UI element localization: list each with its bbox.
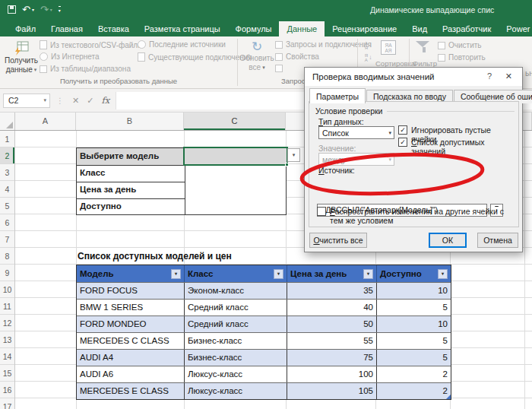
allow-combobox[interactable]: Список ▾: [318, 126, 394, 139]
row-header[interactable]: 17: [0, 398, 14, 409]
dialog-close-icon[interactable]: ✕: [505, 71, 512, 81]
tab-file[interactable]: Файл: [8, 21, 43, 36]
insert-function-icon[interactable]: fx: [101, 95, 109, 106]
row-header[interactable]: 16: [0, 382, 14, 398]
row-header[interactable]: 11: [0, 298, 14, 315]
excel-window: ↶ ▾ ↷ ▾ ▾ Динамические выпадающие спис Ф…: [0, 0, 532, 409]
tab-home[interactable]: Главная: [43, 21, 90, 36]
reapply-filter-button[interactable]: Повторить: [438, 53, 486, 62]
clock-icon: [138, 40, 146, 49]
cell-b5[interactable]: Доступно: [77, 198, 185, 215]
from-text-csv-button[interactable]: Из текстового/CSV-файла: [40, 40, 142, 49]
row-header[interactable]: 7: [0, 231, 14, 248]
clear-filter-icon: [438, 42, 445, 49]
recent-sources-button[interactable]: Последние источники: [138, 40, 226, 49]
cell-b4[interactable]: Цена за день: [77, 182, 185, 198]
enter-entry-icon[interactable]: ✓: [87, 96, 93, 106]
table-header-price[interactable]: Цена за день▾: [287, 265, 377, 282]
customize-qat-button[interactable]: ▾: [59, 6, 61, 13]
table-icon: [40, 65, 47, 73]
tab-formulas[interactable]: Формулы: [228, 21, 280, 36]
tab-insert[interactable]: Вставка: [90, 21, 137, 36]
properties-button[interactable]: Свойства: [275, 52, 319, 61]
in-cell-dropdown-checkbox[interactable]: ✓ Список допустимых значений: [398, 138, 518, 156]
validation-criteria-label: Условие проверки: [315, 106, 382, 116]
link-icon: [275, 65, 283, 72]
row-header[interactable]: 4: [0, 181, 14, 198]
group-separator: [237, 39, 238, 86]
combo-arrow-icon: ▾: [388, 130, 391, 136]
name-box-arrow-icon: ▾: [43, 97, 49, 103]
tab-data[interactable]: Данные: [279, 21, 325, 36]
clear-all-button[interactable]: Очистить все: [309, 233, 367, 248]
sort-dialog-icon[interactable]: ЯА АЯ: [381, 40, 396, 55]
section-title-b8[interactable]: Список доступных моделей и цен: [78, 248, 232, 265]
cancel-button[interactable]: Отмена: [477, 233, 518, 248]
name-box[interactable]: C2 ▾: [3, 94, 50, 108]
edit-links-button[interactable]: [275, 65, 283, 72]
group-label-get-transform: Получить и преобразовать данные: [0, 77, 237, 85]
row-header[interactable]: 1: [0, 131, 14, 147]
apply-to-all-checkbox[interactable]: Распространить изменения на другие ячейк…: [317, 207, 516, 225]
cell-b3[interactable]: Класс: [77, 165, 185, 182]
undo-button[interactable]: ↶ ▾: [22, 5, 34, 14]
row-header[interactable]: 3: [0, 164, 14, 181]
ok-button[interactable]: ОК: [429, 233, 467, 248]
cell-b2[interactable]: Выберите модель: [77, 148, 185, 165]
tab-developer[interactable]: Разработчик: [435, 21, 499, 36]
data-validation-dialog: Проверка вводимых значений ? ✕ Параметры…: [304, 67, 523, 252]
row-header-selected[interactable]: 2: [0, 147, 14, 164]
existing-connections-button[interactable]: Существующие подключения: [138, 52, 252, 62]
sort-descending-button[interactable]: ЯА ↓: [363, 52, 374, 62]
formula-bar-handle[interactable]: ⋮: [56, 97, 65, 105]
row-header[interactable]: 9: [0, 265, 14, 281]
dialog-help-icon[interactable]: ?: [487, 71, 492, 81]
get-data-icon: [13, 40, 30, 56]
table-row: MERCEDES C CLASSБизнес-класс555: [77, 332, 451, 349]
from-web-button[interactable]: Из Интернета: [40, 52, 100, 61]
fill-handle[interactable]: [285, 163, 289, 166]
column-header-b[interactable]: B: [76, 113, 184, 130]
selection-form-range: Выберите модель Класс Цена за день Досту…: [76, 147, 287, 215]
filter-arrow-icon[interactable]: ▾: [171, 269, 181, 279]
tab-view[interactable]: Вид: [404, 21, 435, 36]
filter-arrow-icon[interactable]: ▾: [363, 269, 373, 279]
tab-page-layout[interactable]: Разметка страницы: [137, 21, 228, 36]
clear-filter-button[interactable]: Очистить: [438, 41, 482, 49]
tab-review[interactable]: Рецензирование: [325, 21, 404, 36]
checkbox-checked-icon: ✓: [398, 138, 407, 147]
table-resize-handle[interactable]: [446, 395, 451, 399]
tab-power-pivot[interactable]: Power Pivot: [499, 21, 532, 36]
select-all-corner[interactable]: [0, 113, 15, 130]
save-icon[interactable]: [8, 5, 16, 14]
row-header[interactable]: 10: [0, 281, 14, 298]
table-row: AUDI A6Люксус-класс1002: [77, 366, 451, 382]
cancel-entry-icon[interactable]: ✕: [72, 96, 79, 106]
filter-arrow-icon[interactable]: ▾: [274, 269, 283, 279]
selected-cell-c2[interactable]: [183, 147, 288, 166]
table-header-available[interactable]: Доступно▾: [377, 265, 451, 282]
row-header[interactable]: 13: [0, 331, 14, 348]
row-header[interactable]: 15: [0, 365, 14, 382]
filter-arrow-icon[interactable]: ▾: [438, 269, 448, 279]
redo-button[interactable]: ↷ ▾: [40, 5, 52, 14]
table-header-class[interactable]: Класс▾: [185, 265, 287, 282]
row-header[interactable]: 12: [0, 315, 14, 331]
from-table-range-button[interactable]: Из таблицы/диапазона: [40, 65, 131, 73]
column-header-a[interactable]: A: [15, 113, 76, 130]
validation-dropdown-button[interactable]: ▾: [287, 148, 300, 162]
column-header-c[interactable]: C: [184, 113, 286, 130]
row-header[interactable]: 8: [0, 248, 14, 265]
filter-button[interactable]: [416, 41, 432, 52]
sort-asc-arrow-icon: ↓: [369, 42, 372, 49]
row-header[interactable]: 6: [0, 214, 14, 231]
data-combobox[interactable]: между ▾: [318, 153, 394, 166]
row-header[interactable]: 14: [0, 348, 14, 365]
table-row: AUDI A4Бизнес-класс755: [77, 349, 451, 366]
get-data-button[interactable]: Получить данные▾: [5, 40, 38, 75]
sort-ascending-button[interactable]: АЯ ↓: [363, 40, 374, 50]
refresh-all-button[interactable]: ↻ Обновить все▾: [240, 40, 274, 72]
row-header[interactable]: 5: [0, 198, 14, 214]
dialog-tab-settings[interactable]: Параметры: [309, 88, 366, 103]
table-header-model[interactable]: Модель▾: [77, 265, 185, 282]
